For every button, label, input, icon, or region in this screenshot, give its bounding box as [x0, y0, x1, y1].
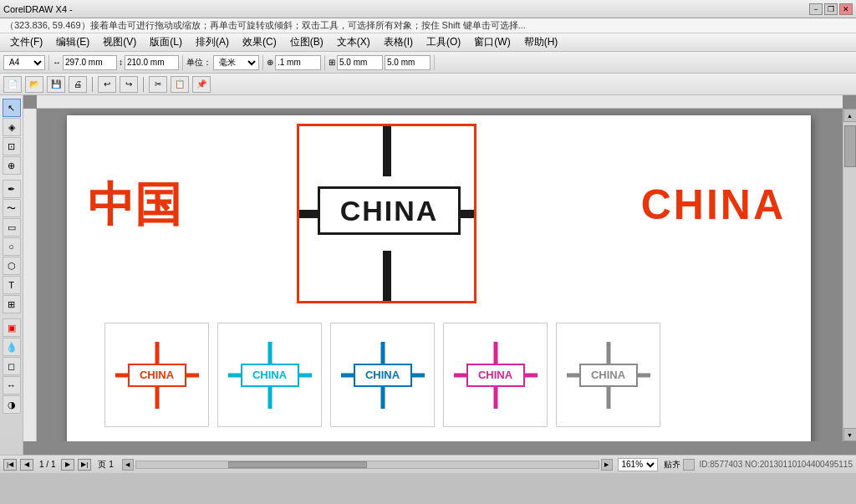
page-label: 页 1 — [94, 459, 116, 471]
minimize-button[interactable]: − — [809, 3, 823, 15]
scroll-down-button[interactable]: ▼ — [843, 428, 857, 441]
scroll-thumb-v[interactable] — [844, 125, 856, 167]
status-bar-top: （323.836, 59.469）接着单击可进行拖动或缩放；再单击可旋转或倾斜；… — [0, 18, 856, 33]
shape-tool[interactable]: ◈ — [3, 118, 21, 136]
main-stroke-top — [383, 126, 391, 176]
open-button[interactable]: 📂 — [25, 76, 43, 93]
zoom-select[interactable]: 161% — [618, 458, 658, 471]
unit-label: 单位： — [186, 57, 211, 69]
print-button[interactable]: 🖨 — [69, 76, 87, 93]
undo-button[interactable]: ↩ — [98, 76, 116, 93]
text-tool[interactable]: T — [3, 276, 21, 294]
menu-effects[interactable]: 效果(C) — [236, 33, 283, 51]
crop-tool[interactable]: ⊡ — [3, 137, 21, 155]
paste-button[interactable]: 📌 — [192, 76, 211, 93]
zoom-tool[interactable]: ⊕ — [3, 156, 21, 175]
cut-button[interactable]: ✂ — [149, 76, 167, 93]
paper-size-select[interactable]: A4 — [3, 55, 45, 70]
redo-button[interactable]: ↪ — [120, 76, 138, 93]
nudge-input[interactable] — [275, 55, 321, 70]
outline-tool[interactable]: ◻ — [3, 357, 21, 375]
height-icon: ↕ — [119, 58, 123, 67]
scroll-thumb-h[interactable] — [228, 461, 367, 468]
menu-layout[interactable]: 版面(L) — [143, 33, 189, 51]
scroll-right-button[interactable]: ▶ — [601, 459, 613, 471]
status-text: （323.836, 59.469）接着单击可进行拖动或缩放；再单击可旋转或倾斜；… — [5, 19, 526, 32]
menu-edit[interactable]: 编辑(E) — [49, 33, 96, 51]
menu-table[interactable]: 表格(I) — [377, 33, 420, 51]
titlebar-controls: − ❐ ✕ — [809, 3, 853, 15]
sl2-stroke-top — [268, 342, 272, 364]
transparency-tool[interactable]: ◑ — [3, 395, 21, 414]
titlebar-title: CorelDRAW X4 - — [3, 4, 73, 14]
unit-group: 单位： 毫米 — [186, 55, 263, 70]
sl5-stroke-top — [606, 342, 610, 364]
save-button[interactable]: 💾 — [47, 76, 65, 93]
small-logo-pink: CHINA — [443, 323, 548, 427]
restore-button[interactable]: ❐ — [824, 3, 838, 15]
rect-tool[interactable]: ▭ — [3, 218, 21, 237]
height-input[interactable] — [125, 55, 179, 70]
zoom-group: 161% 贴齐 — [618, 458, 695, 471]
freehand-tool[interactable]: ✒ — [3, 180, 21, 198]
sl2-stroke-bottom — [268, 387, 272, 409]
scrollbar-h-track[interactable] — [135, 461, 599, 469]
sl1-stroke-top — [155, 342, 159, 364]
select-tool[interactable]: ↖ — [3, 99, 21, 117]
sl1-rect: CHINA — [128, 364, 186, 387]
prev-page-button[interactable]: ◀ — [20, 459, 33, 471]
width-input[interactable] — [63, 55, 117, 70]
new-button[interactable]: 📄 — [3, 76, 22, 93]
menu-view[interactable]: 视图(V) — [96, 33, 143, 51]
china-right-text: CHINA — [641, 181, 786, 229]
menu-bitmap[interactable]: 位图(B) — [283, 33, 330, 51]
table-tool[interactable]: ⊞ — [3, 295, 21, 313]
ellipse-tool[interactable]: ○ — [3, 237, 21, 256]
close-button[interactable]: ✕ — [839, 3, 853, 15]
snap-toggle[interactable] — [683, 459, 695, 471]
snap-y-input[interactable] — [385, 55, 431, 70]
first-page-button[interactable]: |◀ — [3, 459, 17, 471]
small-logo-gray: CHINA — [556, 323, 660, 427]
titlebar: CorelDRAW X4 - − ❐ ✕ — [0, 0, 856, 18]
next-page-button[interactable]: ▶ — [61, 459, 74, 471]
main-area: ↖ ◈ ⊡ ⊕ ✒ 〜 ▭ ○ ⬡ T ⊞ ▣ 💧 ◻ ↔ ◑ /* ruler… — [0, 95, 856, 455]
blend-tool[interactable]: ↔ — [3, 376, 21, 395]
sl4-rect: CHINA — [466, 364, 525, 387]
sl4-stroke-bottom — [493, 387, 497, 409]
menu-arrange[interactable]: 排列(A) — [189, 33, 236, 51]
watermark-id: ID:8577403 NO:20130110104400495115 — [700, 460, 853, 469]
unit-select[interactable]: 毫米 — [213, 55, 259, 70]
width-icon: ↔ — [53, 58, 61, 67]
snap-x-input[interactable] — [337, 55, 383, 70]
menu-file[interactable]: 文件(F) — [3, 33, 49, 51]
canvas-page: 中国 CHINA — [67, 115, 811, 441]
sl3-text: CHINA — [365, 369, 400, 381]
main-stroke-bottom — [383, 251, 391, 301]
scroll-left-button[interactable]: ◀ — [122, 459, 134, 471]
page-info: 1 / 1 — [37, 460, 58, 469]
snap-label: ⊞ — [329, 58, 335, 67]
canvas-area: /* ruler ticks drawn below */ 中国 — [23, 95, 856, 455]
sl5-rect: CHINA — [579, 364, 638, 387]
nudge-group: ⊕ — [267, 55, 325, 70]
small-logo-pink-wrapper: CHINA — [454, 342, 538, 409]
fill-tool[interactable]: ▣ — [3, 318, 21, 337]
small-logos-row: CHINA CHINA — [104, 323, 660, 427]
smart-tool[interactable]: 〜 — [3, 199, 21, 217]
scroll-up-button[interactable]: ▲ — [843, 109, 857, 122]
sl3-stroke-top — [380, 342, 385, 364]
sl2-text: CHINA — [252, 369, 287, 381]
sl3-rect: CHINA — [354, 364, 412, 387]
last-page-button[interactable]: ▶| — [78, 459, 91, 471]
eyedropper-tool[interactable]: 💧 — [3, 338, 21, 356]
canvas-viewport[interactable]: 中国 CHINA — [50, 109, 843, 441]
menu-window[interactable]: 窗口(W) — [467, 33, 517, 51]
menu-help[interactable]: 帮助(H) — [517, 33, 565, 51]
copy-button[interactable]: 📋 — [171, 76, 189, 93]
small-logo-gray-wrapper: CHINA — [567, 342, 650, 409]
polygon-tool[interactable]: ⬡ — [3, 257, 21, 275]
sl2-rect: CHINA — [241, 364, 299, 387]
menu-tools[interactable]: 工具(O) — [420, 33, 467, 51]
menu-text[interactable]: 文本(X) — [330, 33, 377, 51]
